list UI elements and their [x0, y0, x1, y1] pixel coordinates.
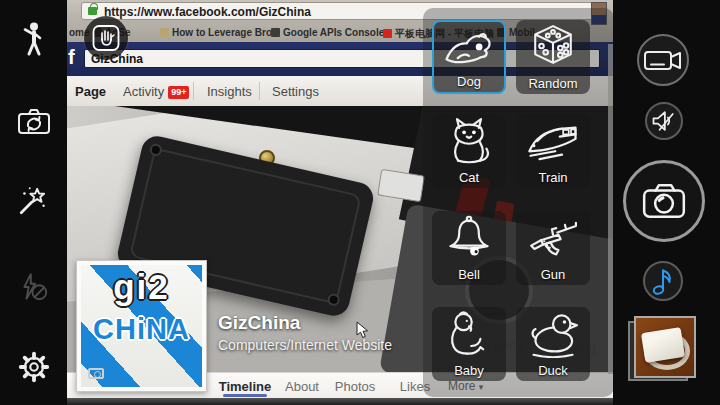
- sound-tile-bell[interactable]: Bell: [432, 211, 506, 285]
- active-tab-underline: [223, 394, 267, 397]
- cat-icon: [442, 117, 496, 165]
- sound-tile-label: Train: [516, 170, 590, 185]
- bookmark-favicon: [271, 28, 280, 37]
- tab-about[interactable]: About: [285, 379, 319, 394]
- hand-icon: [89, 21, 123, 55]
- sound-tile-gun[interactable]: Gun: [516, 211, 590, 285]
- flash-off-button[interactable]: [12, 267, 56, 309]
- camera-switch-button[interactable]: [12, 100, 56, 142]
- settings-button[interactable]: [12, 346, 56, 388]
- https-lock-icon: [88, 7, 97, 15]
- gizchina-logo: gi2 CHiNA: [81, 265, 202, 387]
- sound-tile-label: Gun: [516, 267, 590, 282]
- tab-settings[interactable]: Settings: [272, 84, 319, 99]
- bookmark-favicon: [160, 28, 169, 37]
- tab-separator: [193, 82, 194, 100]
- effects-button[interactable]: [12, 180, 56, 222]
- sound-tile-label: Baby: [432, 363, 506, 378]
- gallery-thumbnail[interactable]: [634, 316, 696, 378]
- mouse-cursor: [356, 321, 369, 339]
- sound-tile-label: Duck: [516, 363, 590, 378]
- logo-text-top: gi2: [113, 267, 170, 307]
- gun-icon: [526, 214, 580, 262]
- left-toolbar: [0, 0, 67, 405]
- tab-activity[interactable]: Activity99+: [123, 84, 189, 99]
- person-icon: [20, 21, 48, 57]
- sound-tile-label: Bell: [432, 267, 506, 282]
- dog-icon: [442, 25, 496, 71]
- camera-app: https://www.facebook.com/GizChina ome Ad…: [0, 0, 720, 405]
- shutter-button[interactable]: [623, 160, 705, 242]
- bookmark-item[interactable]: Google APIs Console: [271, 27, 384, 38]
- facebook-logo: f: [68, 46, 75, 69]
- dice-icon: [526, 23, 580, 69]
- tab-separator: [259, 82, 260, 100]
- sound-tile-random[interactable]: Random: [516, 20, 590, 94]
- right-toolbar: [613, 0, 720, 405]
- mute-button[interactable]: [645, 102, 683, 140]
- flash-off-icon: [18, 272, 50, 304]
- sound-tile-duck[interactable]: Duck: [516, 307, 590, 381]
- page-profile-picture[interactable]: gi2 CHiNA: [76, 260, 207, 392]
- settings-gear-icon: [16, 349, 52, 385]
- sound-tile-cat[interactable]: Cat: [432, 114, 506, 188]
- logo-text-bottom: CHiNA: [93, 313, 190, 346]
- magic-wand-icon: [17, 184, 51, 218]
- train-icon: [526, 117, 580, 163]
- bell-icon: [442, 214, 496, 262]
- shutter-camera-icon: [640, 182, 688, 220]
- page-title: GizChina: [218, 312, 300, 334]
- monitor-bezel-edge: [67, 398, 613, 405]
- sound-tile-dog[interactable]: Dog: [432, 20, 506, 94]
- video-record-icon: [643, 45, 683, 75]
- sound-tile-label: Cat: [432, 170, 506, 185]
- activity-badge: 99+: [168, 86, 189, 99]
- adapter-shape: [641, 327, 685, 363]
- music-note-icon: [650, 266, 676, 296]
- sound-tile-label: Dog: [434, 74, 504, 89]
- logo-camera-icon: [88, 368, 104, 379]
- sound-tile-label: Random: [516, 76, 590, 91]
- sound-tile-train[interactable]: Train: [516, 114, 590, 188]
- bookmark-item[interactable]: How to Leverage Bro: [160, 27, 272, 38]
- mute-icon: [649, 107, 679, 135]
- music-button[interactable]: [643, 261, 683, 301]
- url-text: https://www.facebook.com/GizChina: [104, 5, 311, 19]
- profile-person-button[interactable]: [12, 18, 56, 60]
- sound-tile-baby[interactable]: Baby: [432, 307, 506, 381]
- page-category: Computers/Internet Website: [218, 337, 392, 353]
- camera-switch-icon: [16, 105, 52, 137]
- tab-page[interactable]: Page: [75, 84, 106, 99]
- tab-insights[interactable]: Insights: [207, 84, 252, 99]
- tab-photos[interactable]: Photos: [335, 379, 375, 394]
- sound-effects-panel: Dog Random Cat: [423, 8, 614, 397]
- video-record-button[interactable]: [637, 34, 689, 86]
- duck-icon: [526, 310, 580, 358]
- bookmark-favicon: [383, 29, 392, 38]
- baby-icon: [442, 310, 496, 358]
- tab-timeline[interactable]: Timeline: [219, 379, 272, 394]
- pan-gesture-indicator[interactable]: [84, 16, 128, 60]
